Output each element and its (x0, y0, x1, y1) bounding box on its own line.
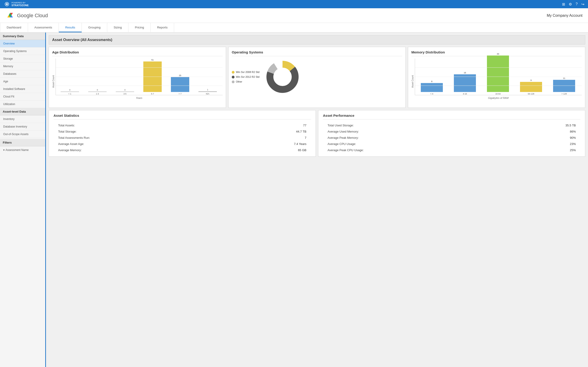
sidebar-item-cloud-fit[interactable]: Cloud Fit (0, 93, 45, 100)
nav-dashboard[interactable]: Dashboard (0, 23, 28, 32)
perf-avg-peak-cpu: Average Peak CPU Usage: 25% (323, 147, 580, 153)
stats-row: Asset Statistics Total Assets: 77 Total … (49, 110, 585, 157)
perf-avg-used-memory-label: Average Used Memory: (328, 130, 359, 133)
nav-grouping[interactable]: Grouping (82, 23, 107, 32)
sidebar-item-storage[interactable]: Storage (0, 55, 45, 63)
perf-avg-used-memory: Average Used Memory: 86% (323, 128, 580, 135)
sidebar-item-overview[interactable]: Overview (0, 40, 45, 48)
stratozone-logo: POWERED BY STRATOZONE (4, 1, 29, 7)
summary-data-title: Summary Data (0, 33, 45, 40)
bar-gt7: 25 > 7 (167, 74, 193, 95)
sidebar-item-databases[interactable]: Databases (0, 70, 45, 78)
stat-avg-age-value: 7.4 Years (294, 142, 306, 146)
header: Google Cloud My Company Account (0, 8, 588, 23)
win2012-label: Win Svr 2012 R2 Std (236, 75, 259, 78)
asset-level-data-title: Asset-level Data (0, 108, 45, 115)
stat-total-assessments: Total Assessments Run: 7 (53, 135, 311, 141)
stat-total-storage-label: Total Storage: (58, 130, 77, 133)
nav-results[interactable]: Results (59, 23, 82, 32)
powered-by-text: POWERED BY (11, 2, 29, 4)
main-layout: Summary Data Overview Operating Systems … (0, 33, 588, 367)
other-label: Other (236, 80, 242, 83)
perf-avg-cpu-value: 23% (570, 142, 576, 146)
signout-icon[interactable]: ↪ (581, 2, 584, 6)
grid-icon[interactable]: ⊞ (562, 2, 565, 6)
memory-distribution-card: Memory Distribution Asset Count 8 (408, 47, 585, 108)
nav-bar: Dashboard Assessments Results Grouping S… (0, 23, 588, 33)
chevron-down-icon: ▾ (3, 148, 5, 152)
help-icon[interactable]: ? (576, 2, 578, 6)
bar-na: 1 N/A (195, 89, 221, 95)
sidebar-item-inventory[interactable]: Inventory (0, 115, 45, 123)
svg-text:9: 9 (282, 71, 283, 74)
perf-avg-peak-cpu-label: Average Peak CPU Usage: (328, 148, 363, 152)
sidebar-item-installed-software[interactable]: Installed Software (0, 85, 45, 93)
sidebar-filter-assessment[interactable]: ▾ Assessment Name (0, 146, 45, 154)
perf-used-storage-value: 35.5 TB (565, 124, 576, 127)
sidebar-item-utilization[interactable]: Utilization (0, 100, 45, 108)
mem-bar-16-64: 33 16-64 (482, 53, 514, 95)
perf-avg-peak-memory: Average Peak Memory: 90% (323, 135, 580, 141)
stat-avg-age-label: Average Asset Age: (58, 142, 84, 146)
filters-title: Filters (0, 139, 45, 146)
win2008-label: Win Svr 2008 R2 Std (236, 71, 259, 73)
sidebar-item-memory[interactable]: Memory (0, 63, 45, 70)
sidebar-item-database-inventory[interactable]: Database Inventory (0, 123, 45, 131)
nav-pricing[interactable]: Pricing (128, 23, 151, 32)
age-distribution-card: Age Distribution Asset Count (49, 47, 226, 108)
stat-total-assessments-label: Total Assessments Run: (58, 136, 90, 140)
stat-total-assets: Total Assets: 77 (53, 122, 311, 128)
sidebar-item-os[interactable]: Operating Systems (0, 48, 45, 55)
stat-total-storage: Total Storage: 44.7 TB (53, 128, 311, 135)
nav-assessments[interactable]: Assessments (28, 23, 59, 32)
os-legend-win2008: Win Svr 2008 R2 Std (232, 71, 259, 74)
operating-systems-card: Operating Systems Win Svr 2008 R2 Std Wi… (228, 47, 406, 108)
age-distribution-title: Age Distribution (52, 50, 223, 56)
os-legend-win2012: Win Svr 2012 R2 Std (232, 75, 259, 78)
os-legend: Win Svr 2008 R2 Std Win Svr 2012 R2 Std … (232, 71, 259, 83)
stat-total-assets-value: 77 (303, 124, 306, 127)
svg-text:56: 56 (278, 82, 281, 86)
perf-used-storage: Total Used Storage: 35.5 TB (323, 122, 580, 128)
bar-1-3: 0 1-3 (84, 89, 111, 95)
stat-total-assets-label: Total Assets: (58, 124, 75, 127)
sidebar-item-age[interactable]: Age (0, 78, 45, 85)
perf-avg-cpu: Average CPU Usage: 23% (323, 141, 580, 147)
content-area: Asset Overview (All Assessments) Age Dis… (46, 33, 588, 367)
charts-row: Age Distribution Asset Count (49, 47, 585, 108)
nav-sizing[interactable]: Sizing (107, 23, 128, 32)
perf-avg-cpu-label: Average CPU Usage: (328, 142, 356, 146)
nav-reports[interactable]: Reports (151, 23, 174, 32)
google-logo (6, 11, 15, 20)
age-y-axis-label: Asset Count (52, 75, 55, 88)
stat-avg-age: Average Asset Age: 7.4 Years (53, 141, 311, 147)
stat-avg-memory-label: Average Memory: (58, 148, 82, 152)
perf-avg-peak-memory-value: 90% (570, 136, 576, 140)
stat-total-assessments-value: 7 (305, 136, 306, 140)
mem-bar-4-16: 16 4-16 (449, 72, 481, 95)
bar-lt1: 0 < 1 (57, 89, 83, 95)
settings-icon[interactable]: ⚙ (569, 2, 572, 6)
win2008-dot (232, 71, 234, 74)
google-cloud-name: Google Cloud (17, 13, 48, 19)
mem-x-axis-label: Gigabytes of RAM (415, 97, 582, 99)
mem-bar-64-128: 9 64-128 (515, 79, 547, 95)
asset-statistics-card: Asset Statistics Total Assets: 77 Total … (49, 110, 316, 157)
top-bar: POWERED BY STRATOZONE ⊞ ⚙ ? ↪ (0, 0, 588, 8)
asset-stats-title: Asset Statistics (53, 114, 311, 119)
sidebar-item-out-of-scope[interactable]: Out-of-Scope Assets (0, 131, 45, 138)
stratozone-text: STRATOZONE (11, 4, 29, 7)
win2012-dot (232, 76, 234, 78)
page-title: Asset Overview (All Assessments) (49, 35, 585, 44)
perf-avg-used-memory-value: 86% (570, 130, 576, 133)
os-legend-other: Other (232, 80, 259, 83)
os-title: Operating Systems (232, 50, 402, 56)
asset-perf-title: Asset Performance (323, 114, 580, 119)
bar-5-7: 51 5-7 (139, 59, 166, 95)
logo-icon (4, 1, 10, 7)
perf-used-storage-label: Total Used Storage: (328, 124, 354, 127)
stat-avg-memory-value: 65 GB (298, 148, 306, 152)
mem-y-axis-label: Asset Count (411, 75, 414, 88)
svg-text:12: 12 (287, 75, 290, 78)
sidebar: Summary Data Overview Operating Systems … (0, 33, 46, 367)
